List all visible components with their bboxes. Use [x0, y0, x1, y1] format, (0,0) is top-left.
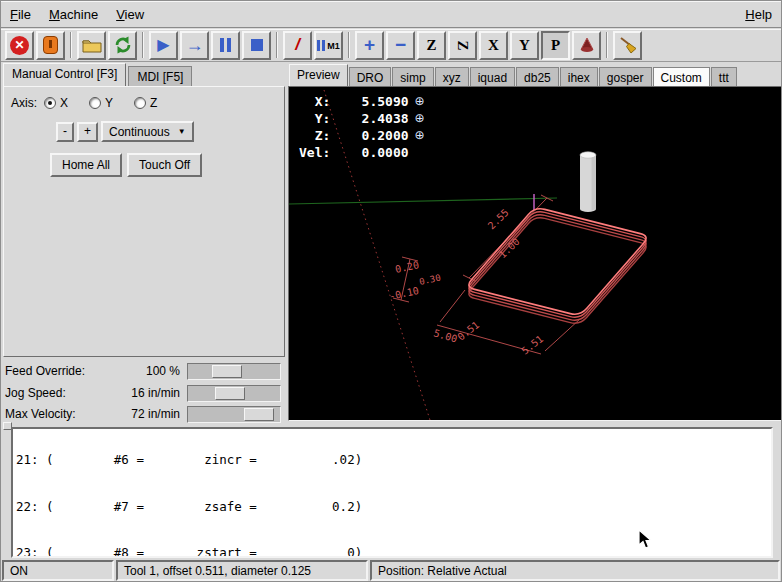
feed-override-slider[interactable] — [187, 363, 281, 380]
toolbar: ✕ ▶ → — [1, 29, 781, 62]
feed-override-value: 100 % — [95, 364, 187, 378]
jog-plus-button[interactable]: + — [77, 122, 98, 142]
zoom-in-button[interactable]: + — [355, 31, 384, 60]
run-icon: ▶ — [157, 37, 169, 53]
view-x-button[interactable]: X — [479, 31, 508, 60]
open-file-button[interactable] — [77, 31, 106, 60]
zoom-in-icon: + — [364, 37, 375, 53]
optional-stop-button[interactable]: M1 — [314, 31, 343, 60]
jog-speed-slider[interactable] — [187, 385, 281, 402]
tab-dro[interactable]: DRO — [349, 67, 392, 86]
gcode-listing[interactable]: 21: ( #6 = zincr = .02) 22: ( #7 = zsafe… — [11, 427, 773, 558]
dim-label: 5.51 — [519, 333, 545, 357]
optional-stop-icon: M1 — [317, 40, 340, 51]
toolbar-separator — [276, 32, 278, 58]
toolbar-separator — [348, 32, 350, 58]
tab-simp[interactable]: simp — [392, 67, 433, 86]
toolbar-separator — [70, 32, 72, 58]
radio-x-indicator[interactable] — [44, 97, 56, 109]
left-notebook-tabs: Manual Control [F3] MDI [F5] — [3, 63, 194, 86]
view-z-icon: Z — [426, 38, 436, 53]
clear-plot-button[interactable] — [613, 31, 642, 60]
jog-speed-row: Jog Speed: 16 in/min — [5, 383, 285, 403]
menu-view[interactable]: View — [107, 1, 153, 27]
tab-ihex[interactable]: ihex — [560, 67, 598, 86]
view-z-rotated-button[interactable]: Z — [448, 31, 477, 60]
step-program-button[interactable]: → — [180, 31, 209, 60]
homed-icon: ⊕ — [415, 127, 425, 144]
run-program-button[interactable]: ▶ — [149, 31, 178, 60]
pause-program-button[interactable] — [211, 31, 240, 60]
position-mode-cell: Position: Relative Actual — [370, 560, 780, 581]
view-perspective-button[interactable]: P — [541, 31, 570, 60]
zoom-out-icon: − — [395, 37, 406, 53]
dro-vel-line: Vel: 0.0000 — [299, 144, 425, 161]
tab-iquad[interactable]: iquad — [470, 67, 515, 86]
manual-control-panel: Axis: X Y Z - + Continuous ▼ Home All — [3, 86, 285, 357]
zoom-out-button[interactable]: − — [386, 31, 415, 60]
menubar-spacer — [153, 1, 736, 27]
menu-machine[interactable]: Machine — [40, 1, 107, 27]
gcode-line[interactable]: 23: ( #8 = zstart = 0) — [16, 545, 768, 558]
pause-icon — [220, 38, 231, 52]
dro-z-text: Z: 0.2000 — [299, 127, 409, 144]
tab-gosper[interactable]: gosper — [599, 67, 652, 86]
max-velocity-thumb[interactable] — [244, 408, 274, 421]
rotate-view-button[interactable] — [572, 31, 601, 60]
radio-z-indicator[interactable] — [134, 97, 146, 109]
tab-manual-control[interactable]: Manual Control [F3] — [3, 63, 126, 86]
view-z-rotated-icon: Z — [455, 40, 470, 50]
jog-minus-button[interactable]: - — [56, 122, 74, 142]
tab-mdi[interactable]: MDI [F5] — [128, 66, 192, 86]
view-z-button[interactable]: Z — [417, 31, 446, 60]
homing-buttons-row: Home All Touch Off — [50, 153, 284, 177]
axis-radio-x[interactable]: X — [44, 96, 68, 110]
view-x-icon: X — [488, 38, 499, 53]
machine-power-button[interactable] — [36, 31, 65, 60]
axis-radio-y[interactable]: Y — [89, 96, 113, 110]
radio-y-indicator[interactable] — [89, 97, 101, 109]
tool-cylinder — [580, 152, 596, 212]
dim-label: 0.51 — [455, 319, 481, 343]
tab-db25[interactable]: db25 — [516, 67, 559, 86]
skip-lines-button[interactable]: / — [283, 31, 312, 60]
dim-label: -0.10 — [388, 285, 420, 302]
jog-speed-thumb[interactable] — [215, 387, 245, 400]
dro-y-text: Y: 2.4038 — [299, 110, 409, 127]
home-all-button[interactable]: Home All — [50, 153, 122, 177]
tab-ttt[interactable]: ttt — [711, 67, 737, 86]
estop-button[interactable]: ✕ — [5, 31, 34, 60]
tool-info-text: Tool 1, offset 0.511, diameter 0.125 — [124, 564, 311, 578]
menu-help[interactable]: Help — [736, 1, 781, 27]
tab-xyz[interactable]: xyz — [435, 67, 469, 86]
feed-override-thumb[interactable] — [212, 365, 242, 378]
dro-z-line: Z: 0.2000 ⊕ — [299, 127, 425, 144]
tool-info-cell: Tool 1, offset 0.511, diameter 0.125 — [116, 560, 368, 581]
stop-program-button[interactable] — [242, 31, 271, 60]
machine-state-cell: ON — [2, 560, 114, 581]
preview-pane: 2.55 1.00 0.20 0.30 -0.10 5.00 0.51 5.51… — [288, 86, 782, 421]
dimension-lines — [393, 195, 580, 354]
axis-window: File Machine View Help ✕ — [0, 0, 782, 582]
reload-icon — [113, 35, 133, 55]
gcode-line[interactable]: 22: ( #7 = zsafe = 0.2) — [16, 499, 768, 515]
jog-mode-value: Continuous — [109, 125, 170, 139]
max-velocity-slider[interactable] — [187, 406, 281, 423]
dro-readout: X: 5.5090 ⊕ Y: 2.4038 ⊕ Z: 0.2000 ⊕ Vel:… — [299, 93, 425, 161]
view-y-button[interactable]: Y — [510, 31, 539, 60]
axis-label: Axis: — [11, 96, 37, 110]
tab-custom[interactable]: Custom — [653, 67, 710, 86]
gcode-line[interactable]: 21: ( #6 = zincr = .02) — [16, 452, 768, 468]
feed-override-row: Feed Override: 100 % — [5, 361, 285, 381]
axis-radio-z[interactable]: Z — [134, 96, 157, 110]
jog-mode-dropdown[interactable]: Continuous ▼ — [101, 121, 194, 142]
reload-file-button[interactable] — [108, 31, 137, 60]
jog-speed-value: 16 in/min — [95, 386, 187, 400]
machine-state-text: ON — [10, 564, 28, 578]
tab-preview[interactable]: Preview — [289, 64, 348, 86]
touch-off-button[interactable]: Touch Off — [127, 153, 202, 177]
menu-file[interactable]: File — [1, 1, 40, 27]
axis-selector-row: Axis: X Y Z — [11, 96, 284, 110]
status-bar: ON Tool 1, offset 0.511, diameter 0.125 … — [1, 559, 781, 582]
menubar: File Machine View Help — [1, 1, 781, 28]
